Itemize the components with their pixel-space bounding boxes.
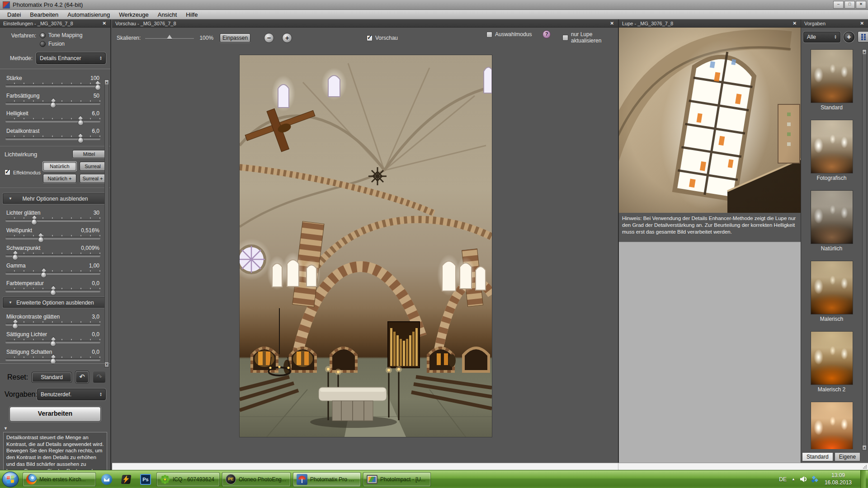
undo-button[interactable]: ↶ bbox=[75, 371, 89, 383]
preset-item[interactable]: Fotografisch bbox=[801, 120, 862, 188]
auswahlmodus-option[interactable]: ✓ Auswahlmodus bbox=[486, 31, 532, 38]
preview-panel-header[interactable]: Vorschau - _MG_3076_7_8 ✕ bbox=[112, 19, 618, 28]
slider-track[interactable] bbox=[5, 219, 100, 221]
menu-ansicht[interactable]: Ansicht bbox=[153, 11, 182, 19]
maximize-button[interactable]: □ bbox=[844, 1, 855, 9]
slider-track[interactable] bbox=[5, 237, 100, 239]
vorgaben-dropdown[interactable]: Benutzerdef. ▲▼ bbox=[37, 389, 106, 400]
taskbar-item-photoshop[interactable]: Ps bbox=[137, 472, 154, 487]
clock[interactable]: 13:09 16.08.2013 bbox=[825, 472, 852, 486]
preview-close-icon[interactable]: ✕ bbox=[609, 21, 615, 26]
preset-thumbnail[interactable] bbox=[811, 190, 853, 244]
volume-icon[interactable] bbox=[800, 476, 807, 482]
preset-thumbnail[interactable] bbox=[811, 261, 853, 314]
radio-tone-mapping[interactable]: Tone Mapping bbox=[40, 32, 82, 38]
slider-thumb[interactable] bbox=[95, 82, 101, 89]
redo-button[interactable]: ↷ bbox=[93, 371, 106, 383]
taskbar-button-oloneo[interactable]: PE Oloneo PhotoEng... bbox=[222, 472, 291, 487]
dropbox-icon[interactable] bbox=[812, 476, 820, 483]
preset-item[interactable]: Natürlich bbox=[801, 190, 862, 258]
lupe-panel-header[interactable]: Lupe - _MG_3076_7_8 ✕ bbox=[619, 19, 801, 28]
effektmodus-option[interactable]: ✓ Effektmodus bbox=[5, 169, 41, 175]
tray-expand-icon[interactable]: ▲ bbox=[792, 477, 795, 481]
slider-track[interactable] bbox=[5, 254, 100, 257]
add-preset-button[interactable]: + bbox=[844, 32, 854, 42]
preset-thumbnail[interactable] bbox=[811, 120, 853, 174]
taskbar-item-thunderbird[interactable] bbox=[98, 472, 115, 487]
nur-lupe-checkbox[interactable]: ✓ bbox=[562, 35, 568, 41]
settings-close-icon[interactable]: ✕ bbox=[102, 21, 107, 26]
start-button[interactable] bbox=[1, 471, 19, 488]
presets-scrollbar[interactable]: ▲ ▼ bbox=[862, 49, 867, 450]
slider-track[interactable] bbox=[5, 272, 100, 274]
slider-thumb[interactable] bbox=[38, 235, 44, 241]
preset-thumbnail[interactable] bbox=[811, 49, 853, 103]
vorschau-option[interactable]: ✓ Vorschau bbox=[367, 35, 398, 41]
tab-standard[interactable]: Standard bbox=[802, 452, 833, 461]
menu-werkzeuge[interactable]: Werkzeuge bbox=[114, 11, 153, 19]
slider-thumb[interactable] bbox=[78, 135, 84, 142]
radio-icon[interactable] bbox=[40, 41, 46, 47]
scale-slider-thumb[interactable] bbox=[167, 35, 172, 39]
advanced-options-toggle[interactable]: ▼ Erweiterte Optionen ausblenden bbox=[3, 297, 108, 308]
slider-track[interactable] bbox=[5, 102, 100, 104]
effect-natuerlich-plus-button[interactable]: Natürlich + bbox=[43, 174, 76, 183]
taskbar-button-photoimpact[interactable]: PhotoImpact - [U... bbox=[363, 472, 431, 487]
slider-track[interactable] bbox=[5, 120, 100, 122]
scroll-up-icon[interactable]: ▲ bbox=[863, 50, 866, 54]
lichtwirkung-mittel-button[interactable]: Mittel bbox=[72, 150, 106, 158]
scale-slider[interactable] bbox=[145, 38, 194, 39]
preset-thumbnail[interactable] bbox=[811, 331, 853, 385]
preset-thumbnail[interactable] bbox=[811, 402, 853, 449]
radio-fusion[interactable]: Fusion bbox=[40, 41, 82, 47]
settings-scrollbar[interactable]: ▲ ▼ bbox=[104, 80, 109, 367]
auswahlmodus-checkbox[interactable]: ✓ bbox=[486, 32, 492, 38]
more-options-toggle[interactable]: ▼ Mehr Optionen ausblenden bbox=[3, 193, 108, 204]
slider-thumb[interactable] bbox=[50, 100, 56, 107]
preset-item[interactable] bbox=[801, 399, 862, 449]
slider-thumb[interactable] bbox=[50, 338, 56, 345]
zoom-in-button[interactable]: + bbox=[282, 33, 292, 43]
scroll-down-icon[interactable]: ▼ bbox=[863, 446, 866, 450]
menu-bearbeiten[interactable]: Bearbeiten bbox=[25, 11, 63, 19]
preset-item[interactable]: Standard bbox=[801, 49, 862, 117]
effektmodus-checkbox[interactable]: ✓ bbox=[5, 169, 10, 175]
slider-track[interactable] bbox=[5, 137, 100, 140]
lupe-close-icon[interactable]: ✕ bbox=[792, 21, 797, 26]
taskbar-button-icq[interactable]: ICQ - 607493624 bbox=[156, 472, 220, 487]
slider-thumb[interactable] bbox=[50, 287, 56, 294]
preset-item[interactable]: Malerisch bbox=[801, 261, 862, 328]
slider-track[interactable] bbox=[5, 341, 100, 343]
radio-icon[interactable] bbox=[40, 33, 46, 38]
slider-thumb[interactable] bbox=[12, 321, 18, 328]
taskbar-item-winamp[interactable] bbox=[118, 472, 135, 487]
window-titlebar[interactable]: Photomatix Pro 4.2 (64-bit) – □ ✕ bbox=[0, 0, 868, 10]
grid-view-button[interactable] bbox=[858, 31, 868, 42]
menu-automatisierung[interactable]: Automatisierung bbox=[63, 11, 114, 19]
help-icon[interactable]: ? bbox=[542, 30, 551, 38]
show-desktop-button[interactable] bbox=[860, 470, 866, 488]
presets-close-icon[interactable]: ✕ bbox=[859, 21, 865, 26]
presets-panel-header[interactable]: Vorgaben ✕ bbox=[801, 19, 868, 28]
einpassen-button[interactable]: Einpassen bbox=[220, 33, 250, 42]
taskbar-button-photomatix[interactable]: Photomatix Pro 4.... bbox=[293, 472, 361, 487]
slider-thumb[interactable] bbox=[78, 117, 84, 124]
tab-eigene[interactable]: Eigene bbox=[835, 452, 860, 461]
language-indicator[interactable]: DE bbox=[779, 476, 787, 483]
effect-surreal-button[interactable]: Surreal bbox=[80, 162, 106, 171]
effect-surreal-plus-button[interactable]: Surreal + bbox=[80, 174, 106, 183]
close-button[interactable]: ✕ bbox=[856, 1, 866, 9]
spinner-icon[interactable]: ▲▼ bbox=[834, 35, 837, 39]
spinner-icon[interactable]: ▲▼ bbox=[99, 392, 102, 397]
effect-natuerlich-button[interactable]: Natürlich bbox=[43, 162, 76, 171]
reset-standard-button[interactable]: Standard bbox=[32, 372, 71, 382]
methode-dropdown[interactable]: Details Enhancer ▲▼ bbox=[36, 52, 106, 64]
slider-track[interactable] bbox=[5, 290, 100, 292]
help-collapse-icon[interactable]: ▼ bbox=[4, 426, 110, 431]
slider-track[interactable] bbox=[5, 323, 100, 325]
zoom-out-button[interactable]: − bbox=[264, 33, 274, 43]
slider-track[interactable] bbox=[5, 84, 100, 87]
taskbar-button-firefox[interactable]: Mein erstes Kirch... bbox=[23, 472, 96, 487]
slider-thumb[interactable] bbox=[41, 270, 47, 277]
menu-hilfe[interactable]: Hilfe bbox=[181, 11, 202, 19]
